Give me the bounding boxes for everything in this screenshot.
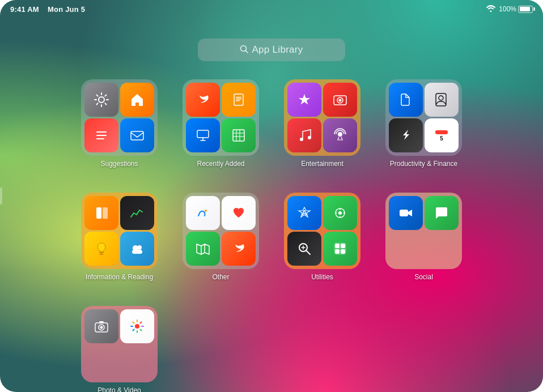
svg-text:5: 5 bbox=[440, 135, 443, 142]
svg-rect-43 bbox=[341, 249, 345, 254]
folder-recently-added[interactable]: Recently Added bbox=[177, 74, 265, 173]
search-bar[interactable]: App Library bbox=[198, 39, 345, 61]
app-icon-settings[interactable] bbox=[84, 83, 118, 117]
side-indicator bbox=[0, 188, 2, 204]
svg-point-31 bbox=[205, 210, 207, 212]
status-time: 9:41 AM Mon Jun 5 bbox=[10, 5, 85, 14]
app-icon-3[interactable] bbox=[120, 345, 154, 379]
svg-rect-11 bbox=[197, 130, 209, 138]
folder-label-entertainment: Entertainment bbox=[301, 160, 343, 168]
search-placeholder: App Library bbox=[252, 44, 303, 56]
folder-social[interactable]: Social bbox=[380, 187, 468, 287]
svg-rect-4 bbox=[96, 135, 107, 136]
app-icon-podcasts[interactable] bbox=[323, 118, 357, 152]
app-icon-swift-playgrounds[interactable] bbox=[186, 83, 220, 117]
date: Mon Jun 5 bbox=[48, 5, 85, 14]
app-icon-photos[interactable] bbox=[120, 309, 154, 343]
time: 9:41 AM bbox=[10, 5, 39, 14]
folder-label-productivity: Productivity & Finance bbox=[390, 160, 457, 168]
app-icon-find-my[interactable] bbox=[323, 196, 357, 230]
app-grid: Suggestions Recently Added bbox=[75, 74, 468, 392]
battery-icon bbox=[518, 6, 533, 13]
svg-point-15 bbox=[339, 99, 342, 102]
svg-rect-29 bbox=[132, 250, 142, 254]
folder-entertainment[interactable]: Entertainment bbox=[278, 74, 366, 173]
app-icon-files[interactable] bbox=[389, 83, 423, 117]
app-icon-weather[interactable] bbox=[120, 232, 154, 266]
wifi-icon bbox=[486, 5, 495, 14]
battery-container: 100% bbox=[499, 5, 533, 13]
svg-line-1 bbox=[246, 51, 248, 53]
svg-point-49 bbox=[135, 324, 139, 329]
folder-information[interactable]: Information & Reading bbox=[75, 187, 163, 287]
folder-label-other: Other bbox=[212, 273, 229, 281]
svg-rect-5 bbox=[96, 138, 104, 139]
app-icon-maps[interactable] bbox=[186, 232, 220, 266]
app-icon-facetime[interactable] bbox=[389, 196, 423, 230]
status-right: 100% bbox=[486, 5, 533, 14]
app-icon-tips[interactable] bbox=[84, 232, 118, 266]
app-icon-photo-booth[interactable] bbox=[323, 83, 357, 117]
app-icon-contacts[interactable] bbox=[425, 83, 459, 117]
folder-suggestions[interactable]: Suggestions bbox=[75, 74, 163, 173]
battery-fill bbox=[520, 7, 531, 11]
app-icon-shortcuts[interactable] bbox=[389, 118, 423, 152]
svg-point-16 bbox=[300, 138, 303, 141]
folder-label-utilities: Utilities bbox=[311, 273, 333, 281]
svg-point-47 bbox=[100, 326, 103, 329]
svg-rect-6 bbox=[131, 131, 143, 140]
app-icon-reeder[interactable] bbox=[287, 83, 321, 117]
folder-productivity[interactable]: 5 Productivity & Finance bbox=[380, 74, 468, 173]
svg-rect-10 bbox=[236, 100, 240, 101]
app-icon-health[interactable] bbox=[222, 196, 256, 230]
svg-line-55 bbox=[140, 329, 141, 330]
svg-point-18 bbox=[338, 132, 342, 137]
app-icon-calendar[interactable]: 5 bbox=[425, 118, 459, 152]
app-icon-messages[interactable] bbox=[425, 196, 459, 230]
app-icon-swift-playgrounds[interactable] bbox=[222, 232, 256, 266]
svg-rect-9 bbox=[236, 99, 241, 100]
svg-rect-8 bbox=[236, 97, 241, 98]
app-icon-stocks[interactable] bbox=[120, 196, 154, 230]
svg-point-17 bbox=[308, 136, 311, 139]
search-icon bbox=[240, 45, 248, 55]
folder-label-information: Information & Reading bbox=[86, 273, 153, 281]
svg-point-20 bbox=[439, 96, 443, 100]
svg-rect-40 bbox=[335, 244, 340, 248]
app-icon-keynote[interactable] bbox=[186, 118, 220, 152]
svg-rect-3 bbox=[96, 131, 107, 133]
svg-text:A: A bbox=[302, 208, 307, 217]
app-icon-pages[interactable] bbox=[222, 83, 256, 117]
svg-line-36 bbox=[306, 250, 310, 254]
screen: 9:41 AM Mon Jun 5 100% bbox=[0, 0, 543, 392]
svg-rect-42 bbox=[335, 249, 340, 254]
app-icon-numbers[interactable] bbox=[222, 118, 256, 152]
app-icon-music[interactable] bbox=[287, 118, 321, 152]
folder-other[interactable]: Other bbox=[177, 187, 265, 287]
app-icon-camera[interactable] bbox=[84, 309, 118, 343]
app-icon-freeform[interactable] bbox=[186, 196, 220, 230]
app-icon-books[interactable] bbox=[84, 196, 118, 230]
app-icon-system-prefs[interactable] bbox=[323, 232, 357, 266]
status-bar: 9:41 AM Mon Jun 5 100% bbox=[0, 0, 543, 18]
folder-utilities[interactable]: A Utilities bbox=[278, 187, 366, 287]
app-icon-2[interactable] bbox=[389, 232, 423, 266]
svg-rect-26 bbox=[99, 252, 104, 253]
svg-rect-44 bbox=[400, 210, 408, 216]
folder-label-recently-added: Recently Added bbox=[197, 160, 244, 168]
svg-point-30 bbox=[137, 245, 142, 250]
battery-text: 100% bbox=[499, 5, 516, 13]
svg-rect-12 bbox=[233, 130, 244, 141]
app-icon-3[interactable] bbox=[425, 232, 459, 266]
app-icon-app-store[interactable]: A bbox=[287, 196, 321, 230]
svg-rect-25 bbox=[103, 207, 108, 219]
app-icon-mail[interactable] bbox=[120, 118, 154, 152]
app-icon-2[interactable] bbox=[84, 345, 118, 379]
svg-rect-48 bbox=[99, 321, 104, 323]
app-icon-home[interactable] bbox=[120, 83, 154, 117]
app-icon-reminders[interactable] bbox=[84, 118, 118, 152]
app-icon-magnifier[interactable] bbox=[287, 232, 321, 266]
folder-photo-video[interactable]: Photo & Video bbox=[75, 300, 163, 392]
svg-rect-7 bbox=[234, 94, 243, 105]
svg-point-34 bbox=[338, 211, 342, 215]
